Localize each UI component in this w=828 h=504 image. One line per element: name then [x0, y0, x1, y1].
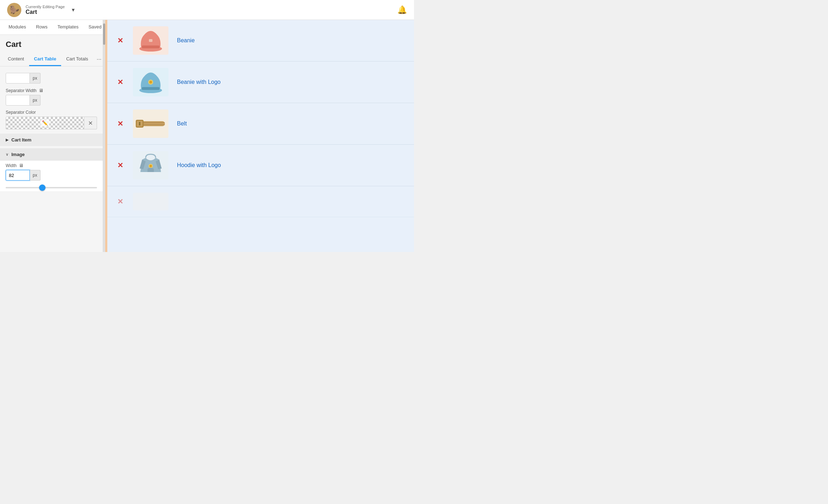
tab-modules[interactable]: Modules	[4, 20, 31, 34]
svg-rect-2	[149, 39, 152, 42]
scrollbar-thumb[interactable]	[103, 23, 105, 45]
top-px-unit: px	[30, 73, 41, 84]
separator-width-input[interactable]	[6, 95, 30, 106]
bell-icon[interactable]: 🔔	[397, 5, 407, 15]
more-options-icon[interactable]: ···	[93, 53, 103, 65]
remove-belt-button[interactable]: ✕	[116, 119, 124, 128]
image-width-field: Width 🖥 px	[0, 161, 103, 183]
cart-item-beanie: ✕ Beanie	[107, 20, 414, 61]
beanie-image	[133, 26, 168, 55]
belt-image	[133, 109, 168, 138]
belt-name[interactable]: Belt	[177, 120, 405, 127]
svg-rect-4	[142, 87, 160, 90]
color-swatch[interactable]: ✏️	[6, 117, 84, 129]
remove-hoodie-button[interactable]: ✕	[116, 161, 124, 170]
tab-templates[interactable]: Templates	[53, 20, 84, 34]
remove-beanie-icon: ✕	[117, 36, 123, 45]
separator-color-label: Separator Color	[6, 110, 97, 115]
beanie-logo-image	[133, 68, 168, 96]
tab-cart-table[interactable]: Cart Table	[29, 53, 61, 66]
partial-image	[133, 193, 168, 210]
eyedropper-icon: ✏️	[41, 119, 49, 127]
remove-hoodie-icon: ✕	[117, 161, 123, 170]
image-chevron-icon: ∨	[6, 152, 9, 157]
remove-beanie-logo-icon: ✕	[117, 78, 123, 86]
remove-partial-icon: ✕	[117, 197, 123, 206]
width-monitor-icon: 🖥	[19, 163, 23, 168]
image-section-title: Image	[11, 152, 25, 157]
page-name-label: Cart	[26, 9, 65, 15]
beanie-name[interactable]: Beanie	[177, 37, 405, 44]
cart-item-beanie-logo: ✕ Beanie with Logo	[107, 61, 414, 103]
remove-belt-icon: ✕	[117, 119, 123, 128]
tab-content[interactable]: Content	[3, 53, 29, 66]
logo-icon: 🦫	[7, 3, 21, 17]
header-left: 🦫 Currently Editing Page Cart ▾	[7, 3, 75, 17]
image-width-slider-row	[0, 183, 103, 191]
image-width-slider[interactable]	[6, 187, 97, 188]
slider-thumb[interactable]	[39, 184, 45, 191]
separator-width-unit: px	[30, 95, 41, 106]
top-px-field: px	[0, 71, 103, 86]
main-layout: Modules Rows Templates Saved Cart Conten…	[0, 20, 414, 252]
cart-item-hoodie: ✕ Hoodie with Logo	[107, 145, 414, 186]
tab-cart-totals[interactable]: Cart Totals	[61, 53, 93, 66]
panel-title: Cart	[0, 35, 103, 53]
separator-width-label: Separator Width 🖥	[6, 88, 97, 93]
chevron-down-icon[interactable]: ▾	[72, 6, 75, 13]
color-picker-row: ✏️ ✕	[6, 117, 97, 129]
image-width-label: Width 🖥	[6, 163, 97, 168]
left-panel: Modules Rows Templates Saved Cart Conten…	[0, 20, 103, 252]
separator-color-field: Separator Color ✏️ ✕	[0, 108, 103, 132]
header-title-group: Currently Editing Page Cart	[26, 5, 65, 15]
svg-point-14	[150, 165, 152, 167]
image-section-header[interactable]: ∨ Image	[0, 148, 103, 161]
left-panel-scrollbar	[103, 20, 105, 252]
image-section: ∨ Image Width 🖥 px	[0, 148, 103, 191]
panel-content: px Separator Width 🖥 px Separator Color	[0, 66, 103, 252]
top-px-input[interactable]	[6, 73, 30, 84]
svg-rect-1	[142, 45, 160, 48]
monitor-icon: 🖥	[39, 88, 43, 93]
cart-item-chevron-icon: ▶	[6, 138, 9, 142]
tab-rows[interactable]: Rows	[31, 20, 53, 34]
svg-rect-12	[139, 122, 140, 125]
hoodie-name[interactable]: Hoodie with Logo	[177, 162, 405, 168]
color-clear-button[interactable]: ✕	[84, 117, 97, 129]
image-width-unit: px	[30, 170, 41, 181]
currently-editing-label: Currently Editing Page	[26, 5, 65, 9]
content-tabs: Content Cart Table Cart Totals ···	[0, 53, 103, 66]
remove-partial-button[interactable]: ✕	[116, 197, 124, 206]
tab-saved[interactable]: Saved	[84, 20, 103, 34]
hoodie-image	[133, 151, 168, 179]
remove-beanie-logo-button[interactable]: ✕	[116, 78, 124, 86]
app-header: 🦫 Currently Editing Page Cart ▾ 🔔	[0, 0, 414, 20]
cart-item-section-title: Cart Item	[11, 137, 31, 143]
svg-point-6	[149, 81, 152, 84]
image-width-input[interactable]	[6, 170, 30, 181]
module-tabs: Modules Rows Templates Saved	[0, 20, 103, 35]
cart-item-section[interactable]: ▶ Cart Item	[0, 134, 103, 146]
beanie-logo-name[interactable]: Beanie with Logo	[177, 79, 405, 85]
cart-item-partial: ✕	[107, 186, 414, 217]
cart-item-belt: ✕ Belt	[107, 103, 414, 145]
remove-beanie-button[interactable]: ✕	[116, 36, 124, 45]
cart-preview-panel: ✕ Beanie ✕	[107, 20, 414, 252]
separator-width-field: Separator Width 🖥 px	[0, 86, 103, 108]
